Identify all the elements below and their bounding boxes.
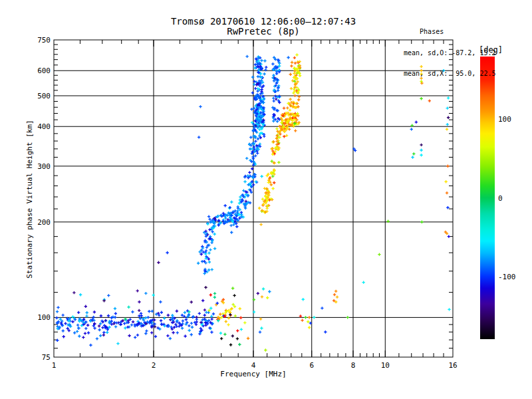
x-axis-label: Frequency [MHz] <box>54 370 453 378</box>
colorbar-tick-0: 0 <box>498 194 503 203</box>
y-axis-label: Stationary phase Virtual Height [km] <box>25 66 34 332</box>
y-tick-300: 300 <box>37 162 51 171</box>
x-tick-1: 1 <box>52 361 57 370</box>
x-tick-2: 2 <box>152 361 156 370</box>
grid-lines <box>54 40 453 357</box>
colorbar-tick--100: -100 <box>498 273 516 281</box>
x-tick-6: 6 <box>309 361 314 370</box>
x-tick-10: 10 <box>381 361 390 370</box>
y-tick-600: 600 <box>37 66 51 75</box>
ionogram-figure: 124681016750600500400300200100751000-100… <box>0 0 532 399</box>
x-tick-16: 16 <box>448 361 457 370</box>
x-tick-4: 4 <box>251 361 256 370</box>
y-tick-500: 500 <box>37 92 51 100</box>
y-tick-75: 75 <box>42 353 51 362</box>
phase-stats-header: Phases <box>404 29 495 36</box>
x-tick-labels: 124681016 <box>52 361 458 370</box>
colorbar-title: [deg] <box>473 45 508 55</box>
colorbar-tick-labels: 1000-100 <box>498 115 516 281</box>
phase-stats-x-line: mean, sd,X: 95.0, 22.5 <box>404 70 495 78</box>
scatter-points <box>55 53 451 351</box>
plot-subtitle: RwPretec (8p) <box>64 26 463 37</box>
colorbar-tick-100: 100 <box>498 115 511 124</box>
colorbar <box>480 57 495 339</box>
y-tick-750: 750 <box>37 36 51 45</box>
y-tick-200: 200 <box>37 218 51 227</box>
plot-title: Tromsø 20170610 12:06:00–12:07:43 <box>64 16 463 27</box>
y-tick-400: 400 <box>37 122 51 131</box>
x-tick-8: 8 <box>351 361 356 370</box>
y-tick-100: 100 <box>37 313 51 322</box>
y-tick-labels: 75060050040030020010075 <box>37 36 51 362</box>
